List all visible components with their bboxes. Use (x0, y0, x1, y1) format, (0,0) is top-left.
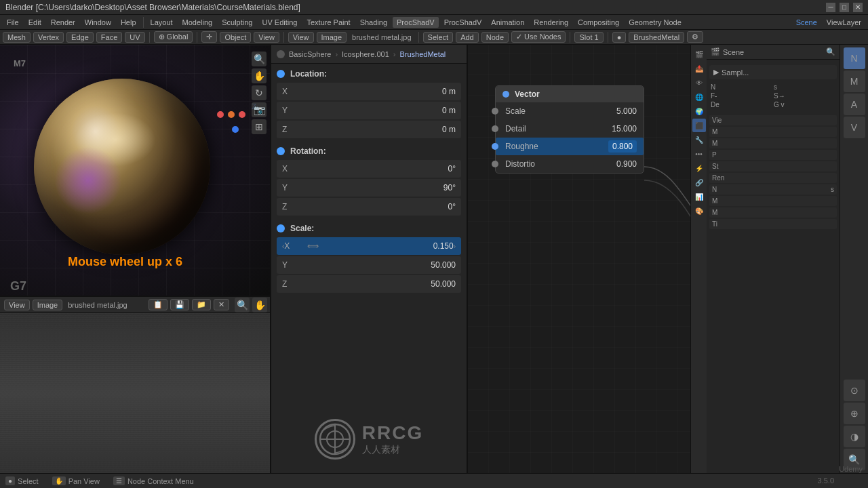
props-search-icon[interactable]: 🔍 (826, 47, 835, 56)
rotation-z-row[interactable]: Z 0° (277, 198, 461, 216)
minimize-button[interactable]: ─ (826, 3, 835, 12)
menu-window[interactable]: Window (81, 17, 115, 28)
pi-scene[interactable]: 🌐 (692, 90, 706, 104)
ws-layout[interactable]: Layout (146, 17, 177, 28)
pr-de-label: De (711, 101, 772, 108)
view-btn1[interactable]: View (254, 32, 279, 43)
cursor-btn[interactable]: ✛ (201, 31, 217, 43)
vector-node[interactable]: Vector Scale 5.000 Detail 15.000 Roughne… (495, 85, 644, 174)
ws-modeling[interactable]: Modeling (178, 17, 217, 28)
maximize-button[interactable]: □ (840, 3, 849, 12)
menu-edit[interactable]: Edit (24, 17, 45, 28)
rsb-viewport-shading-btn[interactable]: ◑ (844, 426, 865, 447)
material-ops-btn[interactable]: ⚙ (687, 31, 703, 43)
scale-x-row[interactable]: ‹ X ⟺ 0.150 › (277, 237, 461, 255)
rotation-y-row[interactable]: Y 90° (277, 179, 461, 197)
rsb-overlay-btn[interactable]: ⊙ (844, 380, 865, 401)
material-name-btn[interactable]: BrushedMetal (629, 32, 684, 43)
ws-geometry-node[interactable]: Geometry Node (625, 17, 686, 28)
vector-scale-row[interactable]: Scale 5.000 (496, 102, 644, 120)
location-z-row[interactable]: Z 0 m (277, 121, 461, 138)
use-nodes-btn[interactable]: ✓ Use Nodes (511, 31, 566, 43)
pi-material[interactable]: 🎨 (692, 204, 706, 218)
bc-basic-sphere[interactable]: BasicSphere (289, 50, 331, 58)
rsb-node-btn[interactable]: N (844, 47, 865, 69)
ws-uv-editing[interactable]: UV Editing (258, 17, 301, 28)
pi-data[interactable]: 📊 (692, 190, 706, 203)
slot-btn[interactable]: Slot 1 (574, 32, 603, 43)
ws-sculpting[interactable]: Sculpting (218, 17, 256, 28)
ie-ops2[interactable]: 💾 (170, 299, 189, 310)
nav-grid-btn[interactable]: ⊞ (252, 119, 267, 134)
rsb-gizmo-btn[interactable]: ⊕ (844, 403, 865, 424)
add-btn[interactable]: Add (456, 32, 479, 43)
nav-rotate-btn[interactable]: ↻ (252, 85, 267, 100)
ws-procshadv1[interactable]: ProcShadV (393, 17, 439, 28)
pi-render[interactable]: 🎬 (692, 47, 706, 61)
pi-constraints[interactable]: 🔗 (692, 176, 706, 189)
ws-compositing[interactable]: Compositing (574, 17, 623, 28)
material-sphere-btn[interactable]: ● (612, 32, 627, 43)
menu-file[interactable]: File (3, 17, 23, 28)
uv-btn[interactable]: UV (125, 32, 144, 43)
global-btn[interactable]: ⊕ Global (154, 31, 193, 43)
close-button[interactable]: ✕ (853, 3, 863, 12)
ie-ops3[interactable]: 📁 (192, 299, 211, 310)
bc-icosphere[interactable]: Icosphere.001 (342, 50, 389, 58)
image-btn[interactable]: Image (317, 32, 347, 43)
vector-node-header: Vector (496, 86, 644, 102)
face-btn[interactable]: Face (96, 32, 122, 43)
pi-view[interactable]: 👁 (692, 76, 706, 89)
rsb-active-btn[interactable]: A (844, 94, 865, 115)
image-canvas[interactable] (0, 313, 271, 473)
pi-object[interactable]: ⬛ (692, 119, 706, 132)
mode-btn[interactable]: Object (220, 32, 251, 43)
select-btn[interactable]: Select (423, 32, 454, 43)
image-editor[interactable]: View Image brushed metal.jpg 📋 💾 📁 ✕ 🔍 ✋ (0, 296, 271, 473)
view-layer-name[interactable]: ViewLayer (823, 17, 865, 28)
vector-distortion-row[interactable]: Distortio 0.900 (496, 155, 644, 173)
nav-pan-btn[interactable]: ✋ (252, 68, 267, 83)
bc-brushed-metal[interactable]: BrushedMetal (399, 50, 446, 58)
ie-ops1[interactable]: 📋 (149, 299, 167, 310)
pi-modifier[interactable]: 🔧 (692, 133, 706, 146)
edge-btn[interactable]: Edge (66, 32, 94, 43)
nav-camera-btn[interactable]: 📷 (252, 102, 267, 117)
scale-z-row[interactable]: Z 50.000 (277, 275, 461, 293)
ws-procshadv2[interactable]: ProcShadV (440, 17, 486, 28)
nav-zoom-btn[interactable]: 🔍 (252, 52, 267, 66)
mesh-btn[interactable]: Mesh (3, 32, 31, 43)
pi-world[interactable]: 🌍 (692, 104, 706, 118)
ws-texture-paint[interactable]: Texture Paint (302, 17, 354, 28)
node-btn[interactable]: Node (481, 32, 509, 43)
scene-name[interactable]: Scene (792, 17, 821, 28)
viewport-3d[interactable]: M7 Z Mouse wheel up x 6 G7 🔍 ✋ ↻ 📷 ⊞ (0, 45, 271, 473)
vector-detail-row[interactable]: Detail 15.000 (496, 120, 644, 138)
pi-physics[interactable]: ⚡ (692, 161, 706, 175)
scale-y-row[interactable]: Y 50.000 (277, 256, 461, 274)
location-x-row[interactable]: X 0 m (277, 83, 461, 100)
scale-x-arrow-right[interactable]: › (454, 243, 456, 250)
pi-output[interactable]: 📤 (692, 62, 706, 75)
menu-help[interactable]: Help (117, 17, 140, 28)
sampling-section[interactable]: ▶ Sampl... (709, 65, 837, 79)
rsb-view-btn[interactable]: V (844, 117, 865, 138)
ie-close[interactable]: ✕ (214, 299, 229, 310)
pi-particles[interactable]: ••• (692, 147, 706, 161)
node-editor[interactable]: Vector Scale 5.000 Detail 15.000 Roughne… (468, 45, 690, 473)
view-btn2[interactable]: View (288, 32, 314, 43)
ws-shading[interactable]: Shading (356, 17, 391, 28)
vector-roughness-row[interactable]: Roughne 0.800 (496, 138, 644, 155)
vertex-btn[interactable]: Vertex (33, 32, 64, 43)
ie-view-btn[interactable]: View (4, 300, 30, 310)
ie-image-btn[interactable]: Image (33, 300, 63, 310)
rsb-material-btn[interactable]: M (844, 70, 865, 92)
ws-animation[interactable]: Animation (487, 17, 528, 28)
rotation-x-row[interactable]: X 0° (277, 160, 461, 178)
ws-rendering[interactable]: Rendering (530, 17, 572, 28)
menu-render[interactable]: Render (47, 17, 79, 28)
ie-pan[interactable]: ✋ (252, 298, 267, 312)
location-y-row[interactable]: Y 0 m (277, 102, 461, 119)
ie-zoom[interactable]: 🔍 (235, 298, 250, 312)
node-editor-canvas[interactable]: Vector Scale 5.000 Detail 15.000 Roughne… (468, 45, 690, 473)
